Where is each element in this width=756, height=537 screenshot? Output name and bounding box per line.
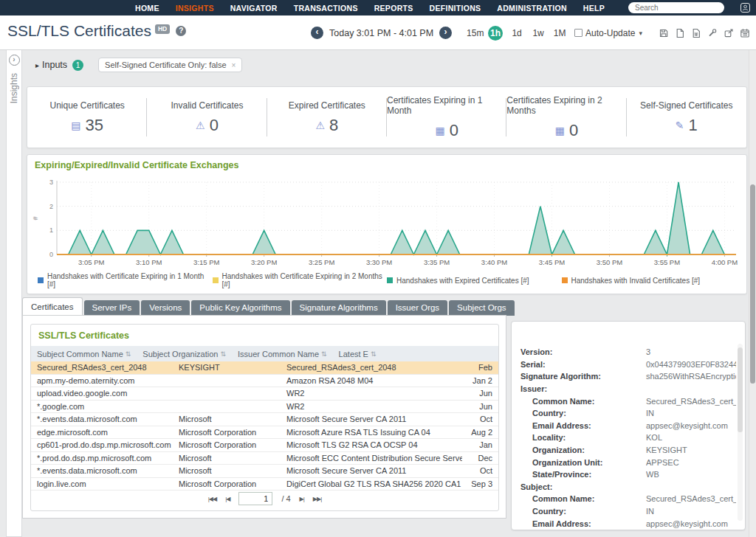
user-icon[interactable] — [740, 3, 750, 13]
settings-wrench-icon[interactable] — [707, 28, 718, 38]
table-row[interactable]: apm.my-demo.aternity.com Amazon RSA 2048… — [31, 375, 498, 388]
table-row[interactable]: cp601-prod.do.dsp.mp.microsoft.com Micro… — [31, 439, 498, 452]
header-toolbar — [659, 28, 750, 38]
sidebar-label[interactable]: Insights — [9, 73, 19, 103]
detail-row: State/Province: WB — [512, 468, 736, 481]
pdf-export-icon[interactable] — [675, 28, 685, 38]
table-row[interactable]: login.live.com Microsoft Corporation Dig… — [31, 478, 498, 491]
remove-filter-icon[interactable]: × — [232, 61, 236, 69]
auto-update-label: Auto-Update — [585, 28, 635, 38]
table-title: SSL/TLS Certificates — [38, 330, 491, 341]
share-icon[interactable] — [724, 28, 734, 38]
sort-icon[interactable]: ⇅ — [220, 350, 226, 358]
svg-text:4:00 PM: 4:00 PM — [712, 258, 738, 266]
details-scrollbar[interactable] — [738, 344, 743, 521]
collapse-caret-icon[interactable]: ▸ — [35, 61, 39, 69]
detail-row: Organization Unit: APPSEC — [512, 456, 736, 468]
cell-latest-expiry: Sep 3 — [462, 479, 498, 488]
legend-item[interactable]: Handshakes with Expired Certificates [#] — [387, 272, 562, 288]
last-page-icon[interactable]: ▶▶| — [313, 496, 321, 502]
table-row[interactable]: *.events.data.microsoft.com Microsoft Mi… — [31, 465, 498, 478]
page-scrollbar-thumb[interactable] — [750, 184, 755, 384]
csv-export-icon[interactable] — [691, 28, 701, 38]
legend-item[interactable]: Handshakes with Certificate Expiring in … — [213, 272, 388, 288]
time-forward-icon[interactable]: › — [439, 27, 452, 39]
schedule-icon[interactable] — [740, 28, 750, 38]
nav-menu-item[interactable]: HELP — [583, 4, 605, 13]
next-page-icon[interactable]: ▶| — [300, 496, 304, 502]
cell-subject-organization: Microsoft Corporation — [173, 440, 281, 449]
legend-item[interactable]: Handshakes with Certificate Expiring in … — [38, 272, 213, 288]
result-tab[interactable]: Versions — [141, 300, 190, 316]
detail-value: 0x044379903EF0F83244594669D2 — [646, 360, 736, 369]
time-back-icon[interactable]: ‹ — [311, 27, 323, 39]
content-area: › Insights ▸ Inputs 1 Self-Signed Certif… — [0, 50, 756, 537]
result-tab[interactable]: Certificates — [22, 297, 83, 316]
range-option[interactable]: 15m — [467, 28, 481, 38]
summary-card: Certificates Expiring in 1 Month ▦ 0 — [387, 87, 506, 148]
result-tab[interactable]: Subject Orgs — [449, 300, 514, 316]
detail-value: IN — [646, 507, 736, 516]
table-row[interactable]: Secured_RSAdes3_cert_2048 KEYSIGHT Secur… — [31, 361, 498, 375]
cell-issuer-common-name: Microsoft Secure Server CA 2011 — [281, 415, 462, 423]
cell-issuer-common-name: DigiCert Global G2 TLS RSA SHA256 2020 C… — [281, 479, 462, 488]
warning-icon: ⚠ — [196, 120, 205, 131]
table-row[interactable]: *.google.com WR2 Jun — [31, 401, 498, 414]
search-input[interactable] — [628, 2, 724, 13]
table-column-header[interactable]: Subject Organization ⇅ — [137, 350, 232, 358]
detail-value: 3 — [646, 347, 736, 356]
nav-menu-item[interactable]: NAVIGATOR — [230, 4, 278, 13]
summary-card-label: Self-Signed Certificates — [640, 100, 732, 111]
result-tab[interactable]: Public Key Algorithms — [191, 300, 289, 316]
time-controls: ‹ Today 3:01 PM - 4:01 PM › 15m1h1d1w1M … — [311, 15, 750, 50]
auto-update-checkbox[interactable] — [574, 29, 583, 37]
detail-row: Email Address: appsec@keysight.com — [512, 420, 736, 432]
result-tabs: CertificatesServer IPsVersionsPublic Key… — [22, 297, 515, 316]
filter-pill[interactable]: Self-Signed Certificate Only: false × — [98, 58, 242, 72]
nav-menu-item[interactable]: ADMINISTRATION — [497, 4, 566, 13]
chevron-down-icon[interactable]: ▾ — [639, 30, 642, 37]
page-number-input[interactable] — [238, 492, 272, 505]
svg-text:2: 2 — [49, 203, 53, 210]
detail-value: Secured_RSAdes3_cert_2048 — [646, 397, 736, 406]
chart-title: Expiring/Expired/Invalid Certificate Exc… — [35, 160, 238, 170]
table-row[interactable]: edge.microsoft.com Microsoft Corporation… — [31, 426, 498, 440]
svg-text:3:35 PM: 3:35 PM — [424, 258, 450, 266]
table-row[interactable]: *.events.data.microsoft.com Microsoft Mi… — [31, 413, 498, 426]
range-option[interactable]: 1w — [531, 28, 546, 38]
table-row[interactable]: upload.video.google.com WR2 Jun — [31, 387, 498, 401]
sort-icon[interactable]: ⇅ — [371, 350, 377, 358]
cell-subject-organization: Microsoft — [173, 466, 281, 475]
prev-page-icon[interactable]: |◀ — [225, 496, 230, 502]
range-option[interactable]: 1d — [509, 28, 524, 38]
nav-menu-item[interactable]: DEFINITIONS — [430, 4, 481, 13]
nav-menu-item[interactable]: TRANSACTIONS — [294, 4, 358, 13]
result-tab[interactable]: Server IPs — [84, 300, 140, 316]
result-tab[interactable]: Issuer Orgs — [388, 300, 447, 316]
detail-label: State/Province: — [512, 470, 646, 479]
inputs-label[interactable]: Inputs — [42, 60, 67, 70]
nav-menu-item[interactable]: HOME — [135, 4, 159, 13]
range-option[interactable]: 1h — [488, 26, 503, 41]
sort-icon[interactable]: ⇅ — [321, 350, 327, 358]
legend-item[interactable]: Handshakes with Invalid Certificates [#] — [562, 272, 737, 288]
range-option[interactable]: 1M — [552, 28, 567, 38]
nav-menu-item[interactable]: INSIGHTS — [176, 4, 214, 13]
save-icon[interactable] — [659, 28, 669, 38]
page-scrollbar[interactable] — [749, 50, 756, 537]
table-column-header[interactable]: Issuer Common Name ⇅ — [232, 350, 333, 358]
details-scrollbar-thumb[interactable] — [738, 347, 743, 432]
sort-icon[interactable]: ⇅ — [126, 350, 131, 358]
svg-text:3: 3 — [49, 179, 53, 186]
help-icon[interactable]: ? — [176, 26, 186, 36]
time-range-label[interactable]: Today 3:01 PM - 4:01 PM — [329, 28, 433, 38]
sidebar-expand-icon[interactable]: › — [9, 55, 20, 66]
result-tab[interactable]: Signature Algorithms — [292, 300, 386, 316]
table-row[interactable]: *.prod.do.dsp.mp.microsoft.com Microsoft… — [31, 452, 498, 465]
cell-subject-common-name: Secured_RSAdes3_cert_2048 — [31, 363, 173, 372]
range-selector: 15m1h1d1w1M — [467, 26, 567, 41]
first-page-icon[interactable]: |◀◀ — [208, 496, 216, 502]
nav-menu-item[interactable]: REPORTS — [374, 4, 413, 13]
table-column-header[interactable]: Latest E ⇅ — [333, 350, 382, 358]
table-column-header[interactable]: Subject Common Name ⇅ — [31, 350, 137, 358]
